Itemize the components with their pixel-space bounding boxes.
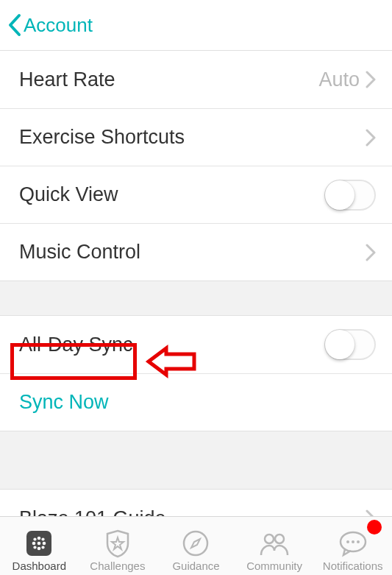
section-gap xyxy=(0,431,392,489)
row-right xyxy=(324,180,376,211)
row-right xyxy=(324,329,376,360)
svg-point-3 xyxy=(38,537,41,540)
row-right xyxy=(366,129,376,147)
svg-marker-11 xyxy=(112,537,124,549)
chevron-left-icon xyxy=(7,13,22,37)
row-exercise-shortcuts[interactable]: Exercise Shortcuts xyxy=(0,108,392,166)
svg-point-19 xyxy=(357,540,360,543)
svg-point-4 xyxy=(38,547,41,551)
svg-point-2 xyxy=(38,542,41,546)
tab-label: Notifications xyxy=(323,560,383,572)
svg-point-6 xyxy=(43,542,46,546)
section-gap xyxy=(0,281,392,315)
tab-community[interactable]: Community xyxy=(235,517,314,575)
row-heart-rate[interactable]: Heart Rate Auto xyxy=(0,51,392,108)
chevron-right-icon xyxy=(366,129,376,147)
chevron-right-icon xyxy=(366,244,376,261)
svg-point-18 xyxy=(352,540,354,543)
quick-view-toggle[interactable] xyxy=(324,180,376,211)
chevron-right-icon xyxy=(366,71,376,88)
row-value: Auto xyxy=(318,68,360,91)
row-right: Auto xyxy=(318,68,376,91)
tab-challenges[interactable]: Challenges xyxy=(79,517,157,575)
tab-guidance[interactable]: Guidance xyxy=(157,517,235,575)
toggle-knob xyxy=(325,330,354,359)
back-label: Account xyxy=(24,14,93,37)
row-quick-view: Quick View xyxy=(0,166,392,223)
svg-point-15 xyxy=(275,535,284,543)
tab-label: Guidance xyxy=(172,560,219,572)
nav-header: Account xyxy=(0,0,392,50)
back-button[interactable]: Account xyxy=(7,13,93,37)
row-label: Heart Rate xyxy=(19,68,115,91)
tab-dashboard[interactable]: Dashboard xyxy=(0,517,79,575)
svg-point-7 xyxy=(34,537,37,540)
row-right xyxy=(366,244,376,261)
all-day-sync-toggle[interactable] xyxy=(324,329,376,360)
svg-point-5 xyxy=(32,542,36,546)
svg-point-9 xyxy=(34,546,37,548)
row-label: Exercise Shortcuts xyxy=(19,126,185,149)
svg-marker-13 xyxy=(191,539,200,548)
svg-point-14 xyxy=(265,535,274,543)
toggle-knob xyxy=(325,180,354,210)
shield-icon xyxy=(104,527,132,560)
row-label: Music Control xyxy=(19,241,140,264)
row-sync-now[interactable]: Sync Now xyxy=(0,373,392,431)
people-icon xyxy=(258,527,291,560)
dashboard-icon xyxy=(24,527,54,560)
row-label: Quick View xyxy=(19,183,118,206)
svg-point-8 xyxy=(42,537,45,540)
tab-label: Challenges xyxy=(90,560,145,572)
settings-section-2: All-Day Sync Sync Now xyxy=(0,315,392,431)
notification-badge xyxy=(367,520,382,535)
tab-notifications[interactable]: Notifications xyxy=(313,517,392,575)
row-label: All-Day Sync xyxy=(19,334,133,356)
svg-point-10 xyxy=(42,546,45,548)
chat-icon xyxy=(338,527,368,560)
settings-section-1: Heart Rate Auto Exercise Shortcuts Quick… xyxy=(0,50,392,281)
svg-point-17 xyxy=(346,540,349,543)
tab-label: Dashboard xyxy=(13,560,66,572)
svg-point-12 xyxy=(184,532,207,555)
row-label: Sync Now xyxy=(19,391,109,414)
row-music-control[interactable]: Music Control xyxy=(0,223,392,281)
row-all-day-sync: All-Day Sync xyxy=(0,316,392,373)
compass-icon xyxy=(181,527,210,560)
tab-label: Community xyxy=(246,560,302,572)
tab-bar: Dashboard Challenges Guidance xyxy=(0,516,392,575)
